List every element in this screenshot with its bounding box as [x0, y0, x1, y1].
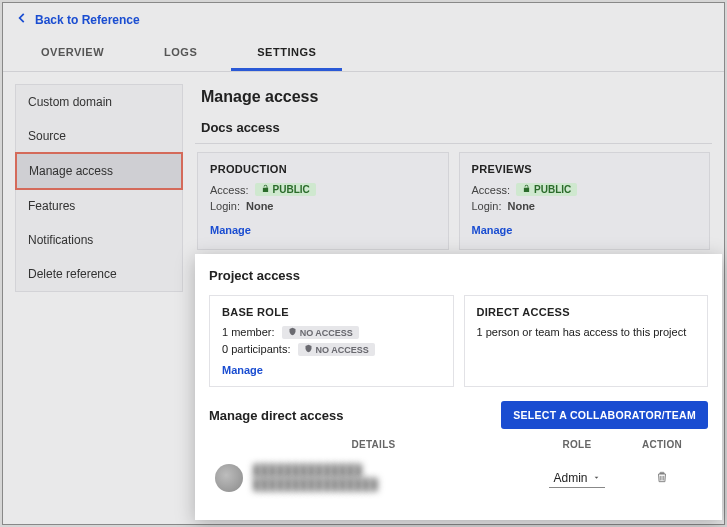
col-role: ROLE	[532, 439, 622, 450]
sidebar-item-source[interactable]: Source	[16, 119, 182, 153]
access-table-header: DETAILS ROLE ACTION	[209, 429, 708, 456]
docs-access-heading: Docs access	[195, 116, 712, 144]
collaborator-email: ████████████████	[253, 478, 378, 492]
tab-overview[interactable]: OVERVIEW	[15, 36, 130, 71]
direct-access-summary: 1 person or team has access to this proj…	[477, 326, 696, 338]
docs-card-production: PRODUCTION Access: PUBLIC Login: None Ma…	[197, 152, 449, 250]
card-title: PREVIEWS	[472, 163, 698, 175]
delete-row-button[interactable]	[655, 473, 669, 487]
sidebar-item-custom-domain[interactable]: Custom domain	[16, 85, 182, 119]
card-title: BASE ROLE	[222, 306, 441, 318]
main-content: Manage access Docs access PRODUCTION Acc…	[195, 84, 712, 509]
no-access-badge: NO ACCESS	[282, 326, 359, 339]
direct-access-card: DIRECT ACCESS 1 person or team has acces…	[464, 295, 709, 387]
public-badge: PUBLIC	[516, 183, 577, 196]
login-value: None	[246, 200, 274, 212]
access-label: Access:	[210, 184, 249, 196]
settings-sidebar: Custom domain Source Manage access Featu…	[15, 84, 183, 292]
back-label: Back to Reference	[35, 13, 140, 27]
collaborator-name: ██████████████	[253, 464, 378, 478]
card-title: PRODUCTION	[210, 163, 436, 175]
role-dropdown[interactable]: Admin	[549, 469, 604, 488]
project-access-heading: Project access	[209, 264, 708, 291]
manage-direct-access-heading: Manage direct access	[209, 408, 343, 423]
card-title: DIRECT ACCESS	[477, 306, 696, 318]
base-role-card: BASE ROLE 1 member: NO ACCESS 0 particip…	[209, 295, 454, 387]
back-to-reference-link[interactable]: Back to Reference	[3, 3, 724, 36]
unlock-icon	[522, 184, 531, 195]
role-value: Admin	[553, 471, 587, 485]
manage-production-link[interactable]: Manage	[210, 224, 251, 236]
sidebar-item-notifications[interactable]: Notifications	[16, 223, 182, 257]
tab-settings[interactable]: SETTINGS	[231, 36, 342, 71]
login-value: None	[507, 200, 535, 212]
docs-card-previews: PREVIEWS Access: PUBLIC Login: None Mana…	[459, 152, 711, 250]
login-label: Login:	[210, 200, 240, 212]
arrow-left-icon	[15, 11, 29, 28]
public-badge: PUBLIC	[255, 183, 316, 196]
manage-base-role-link[interactable]: Manage	[222, 364, 263, 376]
login-label: Login:	[472, 200, 502, 212]
col-action: ACTION	[622, 439, 702, 450]
avatar	[215, 464, 243, 492]
participants-count: 0 participants:	[222, 343, 290, 355]
tab-bar: OVERVIEW LOGS SETTINGS	[3, 36, 724, 72]
manage-previews-link[interactable]: Manage	[472, 224, 513, 236]
unlock-icon	[261, 184, 270, 195]
chevron-down-icon	[592, 471, 601, 485]
sidebar-item-features[interactable]: Features	[16, 189, 182, 223]
access-label: Access:	[472, 184, 511, 196]
no-access-badge: NO ACCESS	[298, 343, 375, 356]
sidebar-item-delete-reference[interactable]: Delete reference	[16, 257, 182, 291]
project-access-panel: Project access BASE ROLE 1 member: NO AC…	[195, 254, 722, 520]
tab-logs[interactable]: LOGS	[138, 36, 223, 71]
trash-icon	[655, 473, 669, 487]
member-count: 1 member:	[222, 326, 275, 338]
select-collaborator-button[interactable]: SELECT A COLLABORATOR/TEAM	[501, 401, 708, 429]
shield-icon	[288, 327, 297, 338]
sidebar-item-manage-access[interactable]: Manage access	[15, 152, 183, 190]
shield-icon	[304, 344, 313, 355]
page-title: Manage access	[195, 84, 712, 116]
col-details: DETAILS	[215, 439, 532, 450]
access-table-row: ██████████████ ████████████████ Admin	[209, 456, 708, 500]
